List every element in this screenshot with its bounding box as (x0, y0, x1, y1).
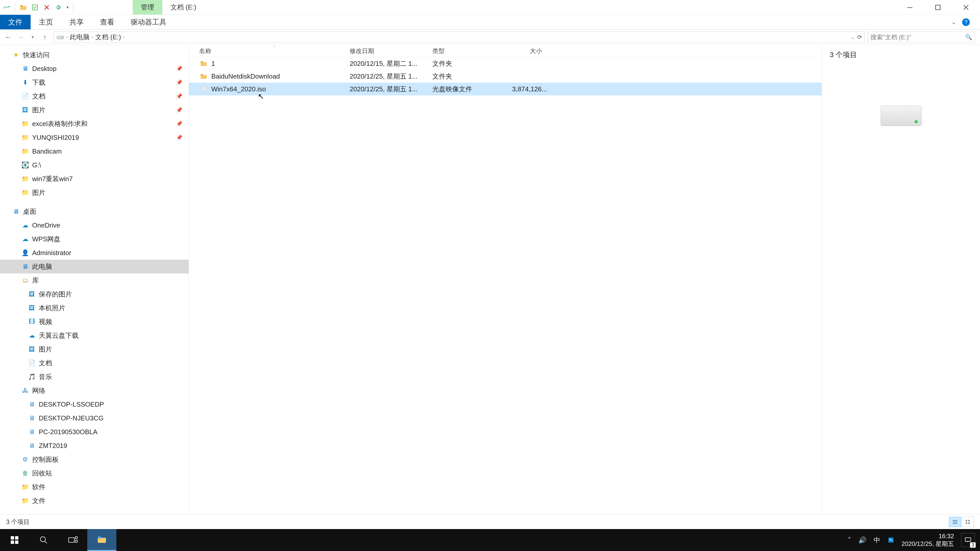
svg-rect-28 (75, 540, 77, 542)
tree-quick-item[interactable]: 📁win7重装win7 (0, 172, 189, 186)
address-bar[interactable]: › 此电脑 › 文档 (E:) › ⌄ ⟳ (54, 32, 865, 43)
svg-rect-23 (15, 540, 18, 544)
tree-desktop-item[interactable]: ☁WPS网盘 (0, 232, 189, 246)
tree-quick-item[interactable]: ⬇下载📌 (0, 76, 189, 89)
tree-desktop-item[interactable]: 👤Administrator (0, 246, 189, 260)
svg-rect-18 (966, 522, 967, 524)
ribbon-tab-file[interactable]: 文件 (0, 15, 30, 29)
nav-back-button[interactable]: ← (3, 32, 14, 43)
tray-volume-icon[interactable]: 🔊 (858, 536, 866, 544)
tree-library-item[interactable]: 🖼保存的图片 (0, 287, 189, 301)
svg-rect-20 (11, 536, 14, 540)
col-type[interactable]: 类型 (432, 47, 501, 55)
tree-library-item[interactable]: 🎵音乐 (0, 370, 189, 384)
ribbon-tab-share[interactable]: 共享 (61, 15, 92, 29)
tray-overflow-icon[interactable]: ˄ (848, 536, 851, 544)
breadcrumb-drive[interactable]: 文档 (E:) (95, 33, 121, 41)
notification-center[interactable]: 3 (961, 533, 975, 547)
tree-quick-item[interactable]: 📁YUNQISHI2019📌 (0, 130, 189, 144)
chevron-right-icon[interactable]: › (66, 35, 68, 40)
tray-app-icon[interactable] (887, 537, 894, 544)
tree-quick-item[interactable]: 📁excel表格制作求和📌 (0, 117, 189, 130)
tree-quick-item[interactable]: 💽G:\ (0, 158, 189, 172)
tree-network[interactable]: 🖧网络 (0, 384, 189, 397)
pin-icon: 📌 (176, 121, 183, 127)
col-name[interactable]: ˄名称 (199, 47, 350, 55)
taskbar-explorer[interactable] (87, 529, 116, 551)
tree-recycle-bin[interactable]: 🗑回收站 (0, 466, 189, 480)
tree-library-item[interactable]: 📄文档 (0, 356, 189, 370)
address-dropdown-icon[interactable]: ⌄ (851, 35, 855, 40)
file-row[interactable]: 12020/12/15, 星期二 1...文件夹 (189, 57, 822, 70)
chevron-right-icon[interactable]: › (92, 35, 93, 40)
help-icon[interactable]: ? (962, 18, 970, 26)
breadcrumb-this-pc[interactable]: 此电脑 (70, 33, 89, 41)
tree-library-item[interactable]: 🎞视频 (0, 315, 189, 329)
col-date[interactable]: 修改日期 (350, 47, 432, 55)
minimize-button[interactable]: ─ (896, 0, 924, 14)
contextual-tab-manage[interactable]: 管理 (133, 0, 162, 14)
close-button[interactable] (952, 0, 980, 14)
search-input[interactable] (870, 34, 965, 41)
tree-quick-item[interactable]: 🖼图片📌 (0, 103, 189, 117)
tree-network-item[interactable]: 🖥DESKTOP-NJEU3CG (0, 411, 189, 425)
tree-quick-item[interactable]: 🖥Desktop📌 (0, 62, 189, 76)
qat-close-icon[interactable] (41, 2, 52, 13)
qat-folder-icon[interactable] (18, 2, 28, 13)
tree-desktop[interactable]: 🖥桌面 (0, 205, 189, 218)
taskbar[interactable]: ˄ 🔊 中 16:32 2020/12/25, 星期五 3 (0, 529, 980, 551)
tray-ime-icon[interactable]: 中 (873, 536, 880, 545)
qat-customize-dropdown[interactable]: ▾ (65, 5, 70, 10)
svg-rect-8 (200, 61, 203, 63)
ribbon-tab-home[interactable]: 主页 (30, 15, 61, 29)
pin-icon: 📌 (176, 79, 183, 86)
nav-tree[interactable]: ★快速访问 🖥Desktop📌⬇下载📌📄文档📌🖼图片📌📁excel表格制作求和📌… (0, 45, 189, 514)
column-headers[interactable]: ˄名称 修改日期 类型 大小 (189, 45, 822, 57)
tree-network-item[interactable]: 🖥DESKTOP-LSSOEDP (0, 397, 189, 411)
tree-quick-item[interactable]: 📁Bandicam (0, 144, 189, 158)
tray-clock[interactable]: 16:32 2020/12/25, 星期五 (902, 532, 954, 548)
svg-rect-27 (75, 537, 77, 539)
maximize-button[interactable] (924, 0, 952, 14)
file-row[interactable]: BaiduNetdiskDownload2020/12/25, 星期五 1...… (189, 70, 822, 83)
app-icon[interactable] (2, 2, 12, 13)
tree-network-item[interactable]: 🖥ZMT2019 (0, 439, 189, 453)
nav-history-dropdown[interactable]: ▾ (27, 32, 38, 43)
tree-network-item[interactable]: 🖥PC-20190530OBLA (0, 425, 189, 439)
nav-up-button[interactable]: ↑ (39, 32, 51, 43)
search-icon[interactable]: 🔍 (965, 34, 972, 41)
file-list[interactable]: ˄名称 修改日期 类型 大小 12020/12/15, 星期二 1...文件夹B… (189, 45, 822, 514)
tree-software[interactable]: 📁软件 (0, 480, 189, 494)
tree-library-item[interactable]: ☁天翼云盘下载 (0, 329, 189, 342)
tree-quick-item[interactable]: 📄文档📌 (0, 89, 189, 103)
ribbon-tab-drive-tools[interactable]: 驱动器工具 (123, 15, 175, 29)
chevron-right-icon[interactable]: › (123, 35, 124, 40)
tree-desktop-item[interactable]: ☁OneDrive (0, 218, 189, 232)
taskbar-search[interactable] (29, 529, 58, 551)
tree-control-panel[interactable]: ⚙控制面板 (0, 453, 189, 466)
view-icons-button[interactable] (962, 517, 974, 527)
col-size[interactable]: 大小 (501, 47, 547, 55)
tree-quick-access[interactable]: ★快速访问 (0, 48, 189, 62)
refresh-icon[interactable]: ⟳ (857, 34, 862, 41)
nav-forward-button[interactable]: → (15, 32, 26, 43)
view-details-button[interactable] (949, 517, 961, 527)
qat-check-icon[interactable] (30, 2, 40, 13)
tree-library-item[interactable]: 🖼图片 (0, 342, 189, 356)
task-view-button[interactable] (58, 529, 87, 551)
preview-drive-image (830, 106, 972, 126)
folder-icon: 📁 (21, 497, 29, 505)
tree-desktop-item[interactable]: 🖥此电脑 (0, 260, 189, 273)
tree-documents[interactable]: 📁文件 (0, 494, 189, 508)
ribbon-expand-chevron-icon[interactable]: ⌄ (951, 19, 956, 25)
tree-library-item[interactable]: 🖼本机照片 (0, 301, 189, 315)
qat-recycle-icon[interactable] (53, 2, 64, 13)
tree-quick-item[interactable]: 📁图片 (0, 186, 189, 200)
ribbon-tab-view[interactable]: 查看 (92, 15, 123, 29)
file-row[interactable]: Win7x64_2020.iso2020/12/25, 星期五 1...光盘映像… (189, 83, 822, 95)
tree-desktop-item[interactable]: 🗂库 (0, 273, 189, 287)
start-button[interactable] (0, 529, 29, 551)
sort-asc-icon: ˄ (199, 46, 350, 50)
folder-icon: 📁 (21, 483, 29, 491)
search-box[interactable]: 🔍 (868, 32, 975, 43)
